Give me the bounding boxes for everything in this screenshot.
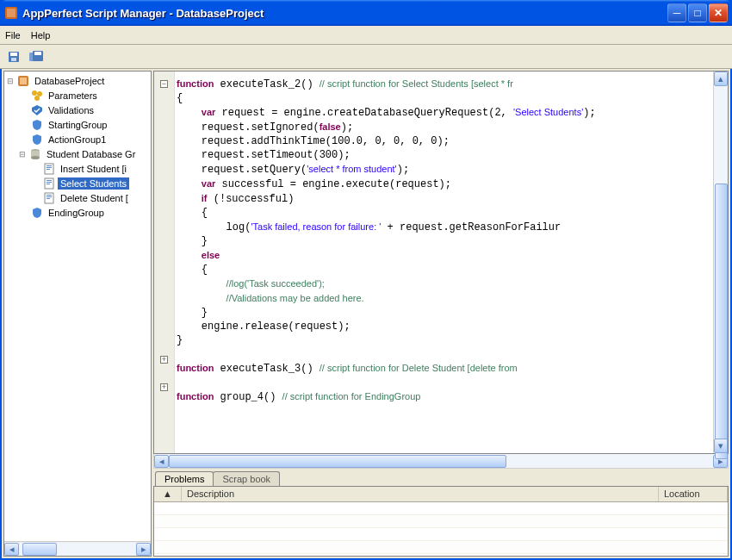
svg-rect-19 xyxy=(47,167,52,168)
tree-student-db-group[interactable]: ⊟ Student Database Gr xyxy=(4,146,151,161)
svg-rect-24 xyxy=(47,184,50,184)
maximize-button[interactable]: □ xyxy=(688,3,707,22)
window-titlebar[interactable]: AppPerfect Script Manager - DatabaseProj… xyxy=(0,0,732,26)
tree-parameters[interactable]: Parameters xyxy=(4,88,151,103)
project-icon xyxy=(16,74,30,88)
window-title: AppPerfect Script Manager - DatabaseProj… xyxy=(22,7,667,20)
scroll-thumb[interactable] xyxy=(22,543,57,556)
problems-panel: ▲ Description Location xyxy=(153,486,729,557)
svg-point-10 xyxy=(32,90,37,96)
sql-file-icon xyxy=(42,177,56,190)
sql-file-icon xyxy=(42,191,56,205)
problems-col-sort[interactable]: ▲ xyxy=(154,487,182,501)
tree-action-group1[interactable]: ActionGroup1 xyxy=(4,132,151,146)
save-all-button[interactable] xyxy=(28,48,45,65)
svg-rect-3 xyxy=(10,53,17,56)
problems-col-description[interactable]: Description xyxy=(182,487,659,501)
svg-rect-18 xyxy=(47,165,52,166)
database-group-icon xyxy=(28,147,42,161)
collapse-icon[interactable]: ⊟ xyxy=(18,150,27,159)
tree-delete-student[interactable]: Delete Student [ xyxy=(4,190,151,205)
minimize-button[interactable]: ─ xyxy=(667,3,686,22)
validations-icon xyxy=(30,103,44,117)
svg-rect-1 xyxy=(7,9,16,17)
svg-point-12 xyxy=(34,96,40,101)
svg-rect-4 xyxy=(11,58,16,61)
save-button[interactable] xyxy=(5,48,22,65)
tree-select-students[interactable]: Select Students xyxy=(4,176,151,190)
problems-rows xyxy=(154,502,728,554)
sql-file-icon xyxy=(42,162,56,176)
tree-validations[interactable]: Validations xyxy=(4,103,151,117)
project-tree-panel: ⊟ DatabaseProject Parameters Validations… xyxy=(3,71,152,557)
scroll-left-icon[interactable]: ◂ xyxy=(154,455,169,468)
shield-icon xyxy=(30,133,44,146)
scroll-thumb[interactable] xyxy=(715,184,728,459)
tree-insert-student[interactable]: Insert Student [i xyxy=(4,161,151,176)
editor-gutter: − + + xyxy=(154,72,175,453)
tree-hscrollbar[interactable]: ◂ ▸ xyxy=(4,541,151,556)
fold-toggle-icon[interactable]: − xyxy=(160,80,168,88)
editor-hscrollbar[interactable]: ◂ ▸ xyxy=(153,454,729,469)
svg-point-11 xyxy=(37,91,42,96)
tree-starting-group[interactable]: StartingGroup xyxy=(4,117,151,132)
menu-bar: File Help xyxy=(0,26,732,45)
scroll-down-icon[interactable]: ▾ xyxy=(714,439,728,453)
scroll-left-icon[interactable]: ◂ xyxy=(4,543,19,556)
scroll-thumb[interactable] xyxy=(169,455,506,468)
tab-problems[interactable]: Problems xyxy=(155,471,214,486)
menu-file[interactable]: File xyxy=(5,30,21,40)
table-row[interactable] xyxy=(154,502,728,515)
scroll-right-icon[interactable]: ▸ xyxy=(136,543,151,556)
fold-toggle-icon[interactable]: + xyxy=(160,356,168,364)
menu-help[interactable]: Help xyxy=(31,30,51,40)
app-icon xyxy=(4,6,18,20)
svg-rect-7 xyxy=(34,52,41,55)
bottom-tabs: Problems Scrap book xyxy=(153,469,729,486)
problems-col-location[interactable]: Location xyxy=(659,487,728,501)
project-tree[interactable]: ⊟ DatabaseProject Parameters Validations… xyxy=(4,72,151,541)
close-button[interactable]: ✕ xyxy=(709,3,728,22)
tree-ending-group[interactable]: EndingGroup xyxy=(4,205,151,220)
svg-point-16 xyxy=(31,156,40,159)
svg-rect-27 xyxy=(47,196,52,197)
table-row[interactable] xyxy=(154,541,728,554)
shield-icon xyxy=(30,206,44,220)
table-row[interactable] xyxy=(154,515,728,528)
svg-rect-28 xyxy=(47,198,50,199)
fold-toggle-icon[interactable]: + xyxy=(160,383,168,391)
code-content[interactable]: function executeTask_2() // script funct… xyxy=(175,72,713,409)
problems-header: ▲ Description Location xyxy=(154,487,728,502)
svg-rect-20 xyxy=(47,169,50,170)
svg-rect-22 xyxy=(47,180,52,181)
tab-scrap-book[interactable]: Scrap book xyxy=(213,471,280,486)
toolbar xyxy=(0,45,732,69)
collapse-icon[interactable]: ⊟ xyxy=(6,77,15,85)
svg-rect-26 xyxy=(47,195,52,196)
svg-rect-9 xyxy=(20,78,27,84)
code-editor[interactable]: − + + function executeTask_2() // script… xyxy=(153,71,729,454)
table-row[interactable] xyxy=(154,528,728,541)
tree-root[interactable]: ⊟ DatabaseProject xyxy=(4,73,151,88)
parameters-icon xyxy=(30,89,44,103)
shield-icon xyxy=(30,118,44,132)
editor-vscrollbar[interactable]: ▴ ▾ xyxy=(713,72,728,453)
svg-rect-23 xyxy=(47,182,52,183)
scroll-up-icon[interactable]: ▴ xyxy=(714,72,728,86)
